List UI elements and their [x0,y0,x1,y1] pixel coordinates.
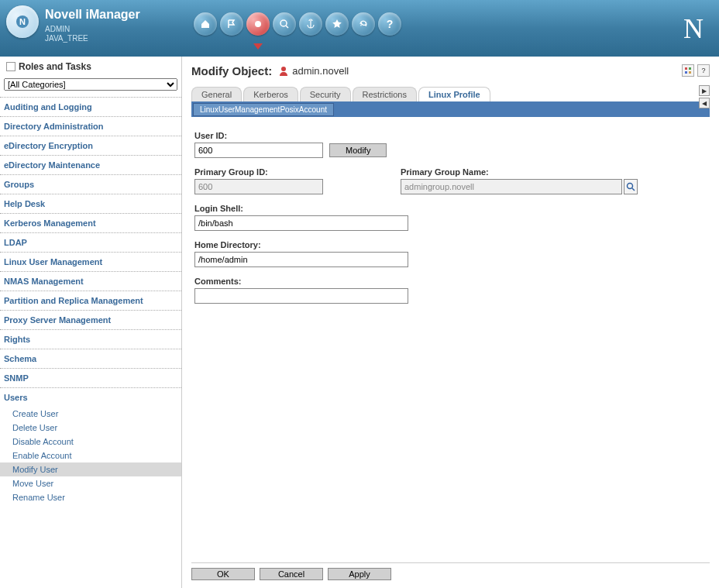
home-directory-input[interactable] [194,252,408,267]
sidebar-section-kerberos-management[interactable]: Kerberos Management [0,213,181,232]
novell-n-logo: N [683,12,704,45]
sidebar-section-schema[interactable]: Schema [0,349,181,368]
svg-rect-8 [689,71,691,74]
page-title: Modify Object: admin.novell [191,64,710,77]
app-header: N Novell iManager ADMIN JAVA_TREE ? N [0,0,719,57]
sidebar-section-partition-and-replica-management[interactable]: Partition and Replica Management [0,291,181,310]
primary-group-name-label: Primary Group Name: [401,167,638,177]
primary-group-id-label: Primary Group ID: [194,167,323,177]
sidebar-section-directory-administration[interactable]: Directory Administration [0,116,181,136]
ok-button[interactable]: OK [191,568,255,580]
user-id-label: User ID: [194,131,387,140]
preferences-icon[interactable] [682,64,694,77]
login-shell-label: Login Shell: [194,204,408,213]
sidebar-subitem-disable-account[interactable]: Disable Account [0,435,181,449]
toolbar-star-icon[interactable] [325,12,349,36]
subtab-posix-account[interactable]: LinuxUserManagementPosixAccount [193,103,334,116]
toolbar-help-icon[interactable]: ? [378,12,401,36]
subtab-bar: LinuxUserManagementPosixAccount [191,101,710,117]
sidebar-title: Roles and Tasks [0,57,181,77]
sidebar-section-edirectory-encryption[interactable]: eDirectory Encryption [0,136,181,155]
tabs-row: GeneralKerberosSecurityRestrictionsLinux… [191,87,710,101]
tab-general[interactable]: General [191,87,242,101]
svg-line-11 [632,188,635,191]
object-name: admin.novell [292,65,349,77]
modify-button[interactable]: Modify [329,143,387,157]
header-toolbar: ? [194,12,401,36]
header-user: ADMIN [45,25,140,34]
sidebar-section-help-desk[interactable]: Help Desk [0,194,181,213]
app-logo: N [6,5,39,38]
header-tree: JAVA_TREE [45,34,140,43]
toolbar-search-icon[interactable] [273,12,296,36]
page-title-prefix: Modify Object: [191,64,272,77]
tab-linux-profile[interactable]: Linux Profile [418,87,490,101]
tab-restrictions[interactable]: Restrictions [353,87,417,101]
toolbar-refresh-icon[interactable] [352,12,375,36]
user-id-input[interactable] [194,143,323,158]
sidebar-section-ldap[interactable]: LDAP [0,232,181,252]
sidebar: Roles and Tasks [All Categories] Auditin… [0,57,182,588]
cancel-button[interactable]: Cancel [260,568,323,580]
svg-point-9 [281,67,286,71]
primary-group-name-input [401,179,622,194]
app-title: Novell iManager [45,8,140,22]
login-shell-input[interactable] [194,215,408,231]
svg-point-2 [255,21,261,27]
content-area: ? Modify Object: admin.novell GeneralKer… [182,57,719,588]
sidebar-section-rights[interactable]: Rights [0,329,181,349]
help-icon[interactable]: ? [697,64,710,77]
sidebar-subitem-rename-user[interactable]: Rename User [0,490,181,504]
user-object-icon [278,66,289,77]
footer-bar: OK Cancel Apply [191,562,710,580]
form-area: User ID: Modify Primary Group ID: Primar… [191,117,710,327]
tab-kerberos[interactable]: Kerberos [243,87,298,101]
comments-input[interactable] [194,288,408,304]
sidebar-subitem-move-user[interactable]: Move User [0,476,181,490]
sidebar-section-linux-user-management[interactable]: Linux User Management [0,252,181,271]
sidebar-section-nmas-management[interactable]: NMAS Management [0,271,181,291]
sidebar-section-auditing-and-logging[interactable]: Auditing and Logging [0,97,181,116]
toolbar-record-icon[interactable] [246,12,270,36]
apply-button[interactable]: Apply [328,568,391,580]
sidebar-section-users[interactable]: Users [0,387,181,407]
sidebar-section-edirectory-maintenance[interactable]: eDirectory Maintenance [0,155,181,174]
tab-nav-right-icon[interactable]: ▶ [699,85,710,96]
sidebar-subitem-create-user[interactable]: Create User [0,407,181,421]
toolbar-anchor-icon[interactable] [299,12,322,36]
comments-label: Comments: [194,277,408,286]
sidebar-section-groups[interactable]: Groups [0,174,181,194]
svg-point-3 [280,20,287,26]
svg-rect-6 [689,67,691,70]
category-select[interactable]: [All Categories] [4,78,177,91]
tab-nav-left-icon[interactable]: ◀ [699,98,710,108]
sidebar-subitem-enable-account[interactable]: Enable Account [0,449,181,462]
svg-point-10 [628,184,633,189]
svg-rect-5 [685,67,687,70]
svg-text:N: N [19,17,26,26]
toolbar-home-icon[interactable] [194,12,217,36]
sidebar-section-snmp[interactable]: SNMP [0,368,181,387]
sidebar-section-proxy-server-management[interactable]: Proxy Server Management [0,310,181,329]
sidebar-subitem-modify-user[interactable]: Modify User [0,462,181,476]
home-directory-label: Home Directory: [194,240,408,249]
lookup-icon[interactable] [624,179,638,194]
svg-line-4 [286,26,288,28]
svg-rect-7 [685,71,687,74]
toolbar-flag-icon[interactable] [220,12,243,36]
tab-security[interactable]: Security [300,87,351,101]
primary-group-id-input [194,179,323,194]
sidebar-subitem-delete-user[interactable]: Delete User [0,421,181,435]
